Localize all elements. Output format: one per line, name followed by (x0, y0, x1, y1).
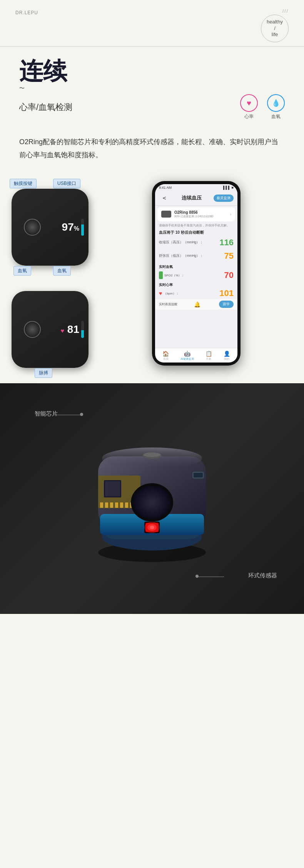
subtitle-text: 心率/血氧检测 (19, 101, 72, 113)
ring1-battery-bar (81, 219, 84, 236)
blood-o2-1-text: 血氧 (18, 268, 27, 273)
spo2-section-title: 实时血氧 (159, 264, 234, 269)
svg-rect-10 (110, 502, 113, 508)
ring-device-1: 97% (12, 189, 89, 266)
svg-rect-11 (115, 502, 118, 508)
product-background: 智能芯片 环式传感器 (0, 383, 304, 614)
diastolic-row: 舒张压（低压）（mmHg）： 75 (155, 249, 237, 263)
usb-port-text: USB接口 (57, 181, 76, 186)
sensor-label: 环式传感器 (248, 572, 277, 579)
nav-label-records: 月底 (206, 357, 211, 361)
slashes-decoration: /// (282, 8, 289, 14)
device-info: O2Ring 8856 90% 已连接监测: 1小时12分23秒 (174, 210, 227, 218)
header: DR.LEPU /// healthy / life (0, 0, 304, 47)
chip-label: 智能芯片 (35, 410, 58, 417)
spo2-indicator (159, 271, 163, 279)
profile-icon: 👤 (224, 351, 230, 357)
spo2-value: 70 (224, 270, 234, 280)
sensor-dot (195, 575, 199, 578)
ring-display-2: ♥ 81 (61, 323, 79, 336)
main-title: 连续 (19, 58, 285, 84)
svg-rect-12 (120, 502, 123, 508)
device-name: O2Ring 8856 (174, 210, 227, 215)
heart-rate-icon-item: ♥ 心率 (240, 94, 258, 120)
heart-icon: ♥ (159, 290, 162, 296)
drop-symbol: 💧 (272, 99, 280, 107)
svg-point-22 (144, 522, 160, 533)
svg-rect-13 (125, 502, 128, 508)
title-section: 连续 〜 心率/血氧检测 ♥ 心率 💧 血氧 (0, 47, 304, 124)
nav-item-home[interactable]: 🏠 首页 (162, 351, 169, 361)
product-section: 智能芯片 环式传感器 (0, 383, 304, 614)
svg-rect-24 (194, 473, 203, 477)
diastolic-label: 舒张压（低压）（mmHg）： (159, 254, 224, 258)
phone-container: 9:41 AM ▌▌▌ ■ ＜ 连续血压 极灵监测 (100, 181, 292, 366)
svg-rect-7 (105, 481, 120, 496)
blood-oxygen-icon: 💧 (267, 94, 285, 112)
phone-mockup: 9:41 AM ▌▌▌ ■ ＜ 连续血压 极灵监测 (152, 181, 241, 366)
follow-button[interactable]: 跟学 (219, 301, 234, 308)
label-pulse: 脉搏 (35, 368, 52, 378)
bottom-nav: 🏠 首页 🤖 AI健康监测 📋 月底 (155, 348, 237, 361)
hr-section: 实时心率 ♥ （bpm）： 101 (155, 281, 237, 299)
blood-oxygen-label: 血氧 (271, 113, 281, 120)
spo2-label: SPO2（%）： (164, 273, 224, 278)
device-icon (161, 211, 171, 218)
note-text: 请确保手机和设备不靠蒸汽炎浴，并保持手机充解。 (155, 223, 237, 229)
bp-section-title: 血压将于 10 秒后自动断断 (155, 228, 237, 236)
nav-label-home: 首页 (163, 357, 169, 361)
ring2-battery-bar (81, 321, 84, 338)
label-touch-button: 触摸按键 (10, 179, 37, 188)
records-icon: 📋 (205, 351, 212, 357)
subtitle-row: 心率/血氧检测 ♥ 心率 💧 血氧 (19, 94, 285, 120)
bell-icon[interactable]: 🔔 (194, 301, 200, 308)
home-icon: 🏠 (162, 351, 169, 357)
systolic-row: 收缩压（高压）（mmHg）： 116 (155, 236, 237, 249)
feature-icons-row: ♥ 心率 💧 血氧 (240, 94, 285, 120)
ring-product-svg (75, 426, 229, 572)
right-column: 9:41 AM ▌▌▌ ■ ＜ 连续血压 极灵监测 (100, 177, 292, 366)
ring2-wrapper: ♥ 81 脉搏 (12, 291, 89, 368)
chip-line (54, 415, 81, 415)
nav-label-profile: 我的 (224, 357, 229, 361)
spo2-section: 实时血氧 SPO2（%）： 70 (155, 263, 237, 281)
description-paragraph: O2Ring配备的智能芯片和专利的高精度环式传感器，能长程、准确、实时识别用户当… (19, 135, 285, 161)
alert-label: 实时夜面提醒 (159, 302, 177, 306)
ring2-value: ♥ 81 (61, 323, 79, 336)
monitor-button[interactable]: 极灵监测 (214, 195, 234, 202)
healthy-life-badge: healthy / life (261, 15, 289, 42)
blood-o2-2-text: 血氧 (57, 268, 67, 273)
blood-oxygen-icon-item: 💧 血氧 (267, 94, 285, 120)
description-text: O2Ring配备的智能芯片和专利的高精度环式传感器，能长程、准确、实时识别用户当… (0, 124, 304, 169)
hr-row: ♥ （bpm）： 101 (159, 288, 234, 298)
back-button[interactable]: ＜ (159, 193, 170, 203)
label-blood-o2-2: 血氧 (53, 266, 71, 276)
nav-item-records[interactable]: 📋 月底 (205, 351, 212, 361)
chevron-right-icon: › (230, 212, 231, 216)
ring-display-1: 97% (62, 221, 79, 233)
label-blood-o2-1: 血氧 (13, 266, 31, 276)
nav-item-ai[interactable]: 🤖 AI健康监测 (180, 351, 194, 361)
healthy-life-text: healthy / life (267, 19, 283, 38)
sensor-line (197, 577, 224, 577)
nav-label-ai: AI健康监测 (180, 357, 194, 361)
svg-point-17 (134, 486, 170, 519)
devices-row: 触摸按键 USB接口 97% (12, 177, 292, 368)
alert-row: 实时夜面提醒 🔔 跟学 (155, 299, 237, 309)
brand-label: DR.LEPU (15, 10, 38, 15)
status-bar: 9:41 AM ▌▌▌ ■ (155, 184, 237, 191)
subtitle-arrow: 〜 (19, 85, 285, 92)
pulse-text: 脉搏 (39, 370, 48, 376)
chip-label-wrapper: 智能芯片 (35, 410, 58, 417)
ring-sensor-1 (24, 219, 41, 236)
phone-screen: 9:41 AM ▌▌▌ ■ ＜ 连续血压 极灵监测 (155, 184, 237, 361)
ring1-value: 97% (62, 221, 79, 233)
svg-point-26 (144, 452, 160, 457)
diastolic-value: 75 (224, 251, 234, 261)
nav-item-profile[interactable]: 👤 我的 (224, 351, 230, 361)
svg-rect-9 (105, 502, 108, 508)
spo2-row: SPO2（%）： 70 (159, 270, 234, 280)
ring-device-2: ♥ 81 (12, 291, 89, 368)
status-time: 9:41 AM (159, 186, 172, 190)
hr-section-title: 实时心率 (159, 283, 234, 288)
